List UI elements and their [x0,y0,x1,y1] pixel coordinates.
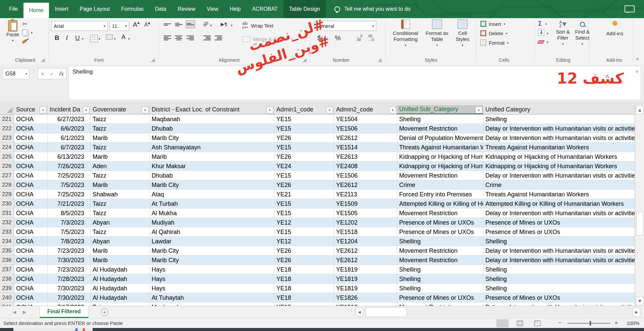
cell-gov[interactable]: Taizz [91,208,150,218]
cell-cat[interactable]: Shelling [483,237,635,246]
cell-date[interactable]: 7/26/2023 [48,161,91,171]
filter-button-gov[interactable]: ▾ [142,106,149,113]
decrease-indent-button[interactable] [203,34,211,42]
cell-subcat[interactable]: Movement Restriction [397,302,483,306]
cell-cat[interactable]: Kidnapping or Hijacking of Humanitarian … [483,161,635,171]
cell-subcat[interactable]: Movement Restriction [397,255,483,265]
cell-cat[interactable]: Shelling [483,265,635,274]
align-bottom-button[interactable] [186,20,195,28]
underline-dropdown[interactable]: ▾ [82,37,84,41]
row-number[interactable]: 227 [0,171,14,180]
next-sheet-button[interactable]: ▶ [23,310,26,315]
filter-button-source[interactable]: ▾ [40,106,47,113]
row-number[interactable]: 235 [0,246,14,255]
cell-gov[interactable]: Taizz [91,114,150,124]
align-center-button[interactable] [174,34,183,42]
row-number[interactable]: 223 [0,133,14,143]
cell-source[interactable]: OCHA [14,255,48,265]
currency-dropdown[interactable]: ▾ [323,37,325,41]
cell-source[interactable]: OCHA [14,180,48,190]
cell-date[interactable]: 6/27/2023 [48,114,91,124]
cell-cat[interactable]: Attempted Killing or Killing of Humanita… [483,199,635,208]
cell-styles-button[interactable]: Cell Styles ▾ [452,19,473,48]
copy-dropdown[interactable]: ▾ [31,31,33,35]
conditional-formatting-button[interactable]: Conditional Formatting ▾ [389,19,422,48]
borders-button[interactable] [90,35,98,42]
new-sheet-button[interactable]: + [101,309,108,316]
grow-font-button[interactable]: A▲ [133,21,140,29]
cell-a1[interactable]: YE24 [274,161,334,171]
clear-button[interactable] [537,40,545,44]
cell-a2[interactable]: YE1506 [334,124,397,133]
cell-cat[interactable]: Threats Against Humanitarian Workers [483,143,635,152]
cell-source[interactable]: OCHA [14,161,48,171]
cell-cat[interactable]: Crime [483,180,635,190]
cell-cat[interactable]: Delay or Intervention with Humanitarian … [483,255,635,265]
cell-a2[interactable]: YE1819 [334,265,397,274]
increase-indent-button[interactable] [214,34,223,42]
cell-cat[interactable]: Shelling [483,274,635,284]
cell-a1[interactable]: YE18 [274,265,334,274]
comment-icon[interactable] [625,5,635,12]
cell-district[interactable]: Mudiyah [150,218,274,227]
column-header-district[interactable]: District - Exact Loc. of Constraint [150,105,274,114]
cell-gov[interactable]: Abyan [91,218,150,227]
fill-color-button[interactable] [106,34,113,40]
cell-a1[interactable]: YE15 [274,227,334,237]
cell-district[interactable]: Hays [150,284,274,293]
cell-cat[interactable]: Shelling [483,284,635,293]
zoom-in-button[interactable]: + [614,320,618,326]
row-number[interactable]: 225 [0,152,14,161]
cell-source[interactable]: OCHA [14,293,48,302]
tab-data[interactable]: Data [149,0,172,18]
sheet-tab-final-filtered[interactable]: Final Filtered [40,306,89,318]
format-cells-button[interactable]: Format ▾ [480,40,509,46]
cell-a2[interactable]: YE2113 [334,190,397,199]
cell-gov[interactable]: Taizz [91,171,150,180]
page-break-view-button[interactable] [531,319,543,327]
prev-sheet-button[interactable]: ◀ [13,310,16,315]
cell-cat[interactable]: Threats Against Humanitarian Workers [483,190,635,199]
font-family-select[interactable]: Arial ▾ [51,21,108,31]
cell-district[interactable]: Al Mukha [150,208,274,218]
cell-district[interactable]: Dhubab [150,124,274,133]
cut-button[interactable]: ✂ [22,20,28,28]
cell-subcat[interactable]: Shelling [397,284,483,293]
cell-a2[interactable]: YE2408 [334,161,397,171]
cell-source[interactable]: OCHA [14,208,48,218]
tab-view[interactable]: View [201,0,224,18]
cell-a1[interactable]: YE26 [274,246,334,255]
cell-cat[interactable]: Presence of Mines or UXOs [483,227,635,237]
cell-a2[interactable]: YE1504 [334,114,397,124]
cell-gov[interactable]: Shabwah [91,190,150,199]
shrink-font-button[interactable]: A▼ [144,22,150,28]
cell-date[interactable]: 7/30/2023 [48,293,91,302]
cell-date[interactable]: 7/28/2023 [48,274,91,284]
cell-date[interactable]: 7/30/2023 [48,255,91,265]
cell-subcat[interactable]: Kidnapping or Hijacking of Humanitarian … [397,161,483,171]
cell-cat[interactable]: Delay or Intervention with Humanitarian … [483,302,635,306]
cell-gov[interactable]: Marib [91,180,150,190]
cell-subcat[interactable]: Presence of Mines or UXOs [397,227,483,237]
cell-date[interactable]: 7/21/2023 [48,199,91,208]
filter-button-subcat[interactable]: ▾ [475,106,482,113]
row-number[interactable]: 234 [0,237,14,246]
row-number[interactable]: 240 [0,293,14,302]
cell-source[interactable]: OCHA [14,133,48,143]
cell-date[interactable]: 7/25/2023 [48,190,91,199]
cell-a2[interactable]: YE2612 [334,246,397,255]
scroll-up-button[interactable]: ▲ [636,105,644,114]
tab-formulas[interactable]: Formulas [115,0,149,18]
collapse-formula-bar-button[interactable]: ∧ [635,69,639,74]
cell-subcat[interactable]: Shelling [397,265,483,274]
cell-a1[interactable]: YE12 [274,218,334,227]
cell-source[interactable]: OCHA [14,171,48,180]
column-header-a2[interactable]: Admin2_code [334,105,397,114]
align-left-button[interactable] [163,34,172,42]
cell-source[interactable]: OCHA [14,190,48,199]
increase-decimal-button[interactable]: ←.0.00 [356,34,362,42]
cell-date[interactable]: 7/23/2023 [48,265,91,274]
cell-source[interactable]: OCHA [14,152,48,161]
scroll-left-button[interactable]: ◀ [356,308,363,317]
cell-a1[interactable]: YE12 [274,237,334,246]
